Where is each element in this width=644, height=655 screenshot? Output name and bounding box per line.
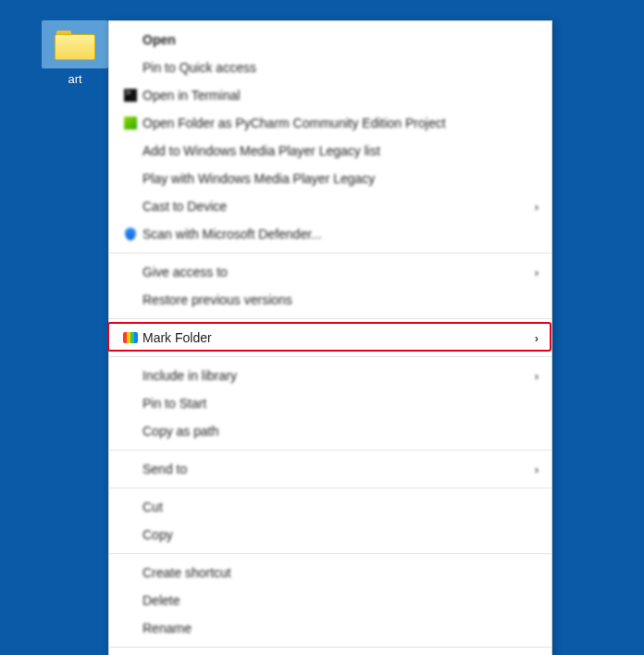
menu-item-label: Pin to Quick access	[142, 60, 539, 75]
chevron-right-icon: ›	[535, 200, 539, 214]
no-icon	[118, 527, 142, 542]
no-icon	[118, 593, 142, 608]
menu-item[interactable]: Cut	[109, 493, 551, 521]
menu-item-label: Open	[142, 32, 539, 47]
menu-item-label: Give access to	[142, 265, 535, 279]
menu-item[interactable]: Send to›	[109, 455, 551, 483]
menu-item-label: Restore previous versions	[142, 292, 539, 307]
menu-separator	[109, 356, 551, 357]
chevron-right-icon: ›	[535, 463, 539, 476]
menu-item-label: Cut	[142, 500, 539, 514]
menu-item[interactable]: Add to Windows Media Player Legacy list	[109, 137, 551, 165]
menu-item-label: Copy as path	[142, 424, 539, 439]
no-icon	[118, 199, 142, 214]
chevron-right-icon: ›	[535, 266, 539, 279]
chevron-right-icon: ›	[535, 331, 539, 345]
menu-item-label: Scan with Microsoft Defender...	[142, 227, 539, 241]
menu-separator	[109, 450, 551, 451]
no-icon	[118, 171, 142, 186]
menu-item-label: Send to	[142, 462, 535, 476]
menu-item-label: Rename	[142, 621, 539, 636]
no-icon	[118, 621, 142, 636]
menu-separator	[109, 647, 551, 648]
menu-item[interactable]: Mark Folder›	[109, 324, 551, 352]
folder-label: art	[42, 72, 108, 86]
menu-item[interactable]: Restore previous versions	[109, 286, 551, 314]
menu-item[interactable]: Copy	[109, 521, 551, 549]
no-icon	[118, 60, 142, 75]
menu-item-label: Delete	[142, 593, 539, 608]
no-icon	[118, 32, 142, 47]
menu-item[interactable]: Rename	[109, 614, 551, 642]
menu-item-label: Include in library	[142, 368, 535, 383]
menu-item[interactable]: Pin to Start	[109, 389, 551, 417]
menu-item-label: Cast to Device	[142, 199, 535, 214]
menu-separator	[109, 553, 551, 554]
chevron-right-icon: ›	[535, 369, 539, 383]
menu-separator	[109, 253, 551, 253]
no-icon	[118, 565, 142, 580]
menu-item[interactable]: Open Folder as PyCharm Community Edition…	[109, 109, 551, 137]
menu-item-label: Create shortcut	[142, 565, 539, 580]
folder-icon	[42, 20, 108, 68]
shield-icon	[118, 227, 142, 241]
mark-icon	[118, 330, 142, 345]
no-icon	[118, 292, 142, 307]
menu-item[interactable]: Include in library›	[109, 362, 551, 389]
menu-item-label: Copy	[142, 527, 539, 542]
menu-item[interactable]: Cast to Device›	[109, 192, 551, 220]
menu-item[interactable]: Play with Windows Media Player Legacy	[109, 165, 551, 192]
menu-item-label: Open Folder as PyCharm Community Edition…	[142, 116, 539, 130]
menu-item[interactable]: Scan with Microsoft Defender...	[109, 220, 551, 248]
no-icon	[118, 396, 142, 411]
menu-item[interactable]: Copy as path	[109, 417, 551, 445]
context-menu: OpenPin to Quick accessOpen in TerminalO…	[108, 20, 552, 655]
no-icon	[118, 143, 142, 158]
no-icon	[118, 500, 142, 514]
menu-item[interactable]: Open	[109, 26, 551, 54]
no-icon	[118, 424, 142, 439]
menu-item-label: Open in Terminal	[142, 88, 539, 103]
menu-item-label: Play with Windows Media Player Legacy	[142, 171, 539, 186]
menu-separator	[109, 318, 551, 319]
menu-item[interactable]: Give access to›	[109, 258, 551, 286]
no-icon	[118, 368, 142, 383]
menu-item[interactable]: Create shortcut	[109, 559, 551, 587]
terminal-icon	[118, 88, 142, 103]
desktop-folder[interactable]: art	[42, 20, 108, 86]
menu-item[interactable]: Pin to Quick access	[109, 54, 551, 81]
menu-item-label: Pin to Start	[142, 396, 539, 411]
pycharm-icon	[118, 116, 142, 130]
menu-item-label: Mark Folder	[142, 330, 535, 345]
no-icon	[118, 265, 142, 279]
menu-item-label: Add to Windows Media Player Legacy list	[142, 143, 539, 158]
no-icon	[118, 462, 142, 476]
menu-separator	[109, 488, 551, 488]
menu-item[interactable]: Delete	[109, 587, 551, 614]
menu-item[interactable]: Open in Terminal	[109, 81, 551, 109]
